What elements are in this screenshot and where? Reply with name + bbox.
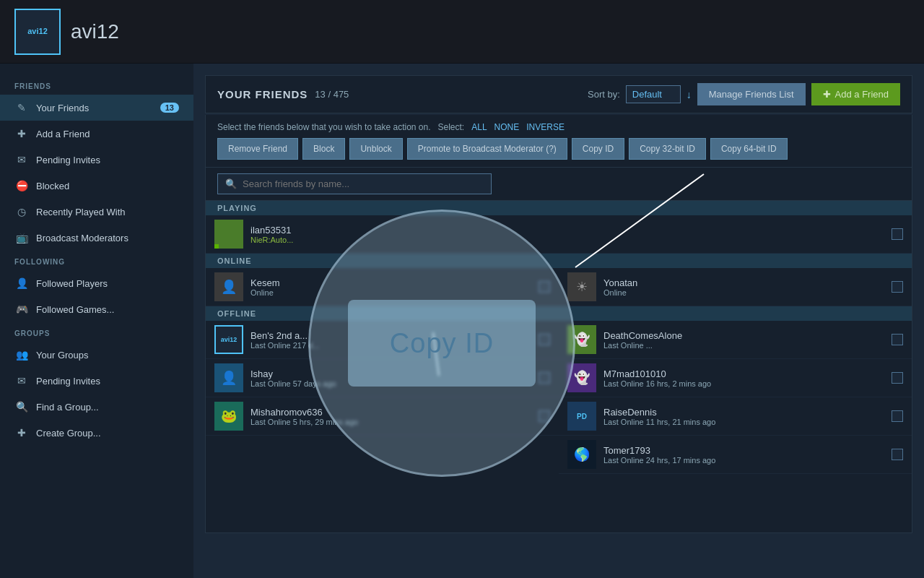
copy-32bit-button[interactable]: Copy 32-bit ID — [629, 138, 706, 160]
sidebar-label-followed-games: Followed Games... — [36, 304, 114, 315]
select-inverse-link[interactable]: INVERSE — [526, 122, 565, 132]
select-all-link[interactable]: ALL — [471, 122, 487, 132]
friend-checkbox[interactable] — [892, 281, 903, 293]
friend-checkbox[interactable] — [539, 281, 550, 293]
friend-checkbox[interactable] — [892, 410, 903, 422]
search-input-wrap: 🔍 — [217, 173, 492, 194]
friend-avatar — [214, 220, 243, 249]
add-friend-icon: ✚ — [823, 89, 831, 100]
list-item[interactable]: 👻 DeathComesAlone Last Online ... — [559, 321, 912, 359]
person-icon: ✎ — [14, 100, 29, 115]
sort-area: Sort by: Default ↓ Manage Friends List ✚… — [588, 83, 900, 105]
friend-name: Mishahromov636 — [250, 407, 539, 418]
main-layout: FRIENDS ✎ Your Friends 13 ✚ Add a Friend… — [0, 64, 924, 578]
sidebar-label-add-friend: Add a Friend — [36, 129, 90, 139]
friend-avatar: 🌎 — [567, 440, 596, 469]
friend-status: Last Online 5 hrs, 29 mins ago — [250, 418, 539, 426]
friend-avatar: PD — [567, 402, 596, 431]
blocked-icon: ⛔ — [14, 178, 29, 193]
remove-friend-button[interactable]: Remove Friend — [217, 138, 298, 160]
offline-section-header: OFFLINE — [206, 306, 912, 321]
friend-status: Last Online 11 hrs, 21 mins ago — [603, 418, 892, 426]
sidebar-item-create-group[interactable]: ✚ Create Group... — [0, 420, 193, 446]
friend-info: Yonatan Online — [603, 277, 892, 297]
friend-checkbox[interactable] — [539, 334, 550, 345]
group-icon: 👥 — [14, 348, 29, 362]
broadcast-icon: 📺 — [14, 230, 29, 245]
copy-id-button[interactable]: Copy ID — [572, 138, 624, 160]
friend-status: Last Online 217 d... — [250, 341, 539, 350]
list-item[interactable]: PD RaiseDennis Last Online 11 hrs, 21 mi… — [559, 397, 912, 436]
sidebar-item-groups-pending[interactable]: ✉ Pending Invites — [0, 368, 193, 394]
envelope2-icon: ✉ — [14, 374, 29, 388]
friend-checkbox[interactable] — [892, 449, 903, 460]
friend-checkbox[interactable] — [539, 410, 550, 422]
follow-icon: 👤 — [14, 276, 29, 290]
sidebar-item-followed-games[interactable]: 🎮 Followed Games... — [0, 296, 193, 322]
friend-info: M7mad101010 Last Online 16 hrs, 2 mins a… — [603, 368, 892, 388]
friend-info: RaiseDennis Last Online 11 hrs, 21 mins … — [603, 407, 892, 426]
friend-avatar: ☀ — [567, 272, 596, 301]
sidebar-label-groups-pending: Pending Invites — [36, 376, 100, 387]
sidebar-item-your-friends[interactable]: ✎ Your Friends 13 — [0, 95, 193, 121]
friend-status: Last Online 57 days ago — [250, 379, 539, 388]
friends-count: 13 / 475 — [315, 89, 349, 100]
friend-status: Last Online 24 hrs, 17 mins ago — [603, 456, 892, 465]
following-section-label: FOLLOWING — [0, 251, 193, 270]
friend-name: Kesem — [250, 277, 539, 288]
sidebar-item-broadcast-mods[interactable]: 📺 Broadcast Moderators — [0, 225, 193, 251]
list-item[interactable]: avi12 Ben's 2nd a... Last Online 217 d..… — [206, 321, 559, 359]
action-select-row: Select the friends below that you wish t… — [217, 122, 900, 132]
user-avatar[interactable]: avi12 — [14, 9, 61, 55]
content-area: YOUR FRIENDS 13 / 475 Sort by: Default ↓… — [193, 64, 924, 578]
sidebar-label-pending: Pending Invites — [36, 155, 100, 165]
promote-button[interactable]: Promote to Broadcast Moderator (?) — [407, 138, 567, 160]
sort-arrow-icon[interactable]: ↓ — [687, 89, 692, 100]
friend-avatar: 🐸 — [214, 402, 243, 431]
friend-name: RaiseDennis — [603, 407, 892, 418]
unblock-button[interactable]: Unblock — [349, 138, 402, 160]
list-item[interactable]: ilan53531 NieR:Auto... — [206, 215, 912, 254]
sidebar-item-followed-players[interactable]: 👤 Followed Players — [0, 270, 193, 296]
sidebar-item-find-group[interactable]: 🔍 Find a Group... — [0, 394, 193, 420]
sidebar-item-recently-played[interactable]: ◷ Recently Played With — [0, 199, 193, 225]
select-none-link[interactable]: NONE — [494, 122, 520, 132]
search-bar-container: 🔍 — [205, 168, 912, 201]
friend-name: Yonatan — [603, 277, 892, 288]
select-instruction: Select the friends below that you wish t… — [217, 122, 431, 132]
friend-checkbox[interactable] — [892, 334, 903, 345]
friend-info: Kesem Online — [250, 277, 539, 297]
friend-info: Ben's 2nd a... Last Online 217 d... — [250, 330, 539, 350]
friend-info: Tomer1793 Last Online 24 hrs, 17 mins ag… — [603, 445, 892, 465]
list-item[interactable]: 👻 M7mad101010 Last Online 16 hrs, 2 mins… — [559, 359, 912, 397]
list-item[interactable]: 👤 Ishay Last Online 57 days ago — [206, 359, 559, 397]
friends-section-label: FRIENDS — [0, 75, 193, 95]
sidebar-item-add-friend[interactable]: ✚ Add a Friend — [0, 121, 193, 147]
friend-checkbox[interactable] — [892, 372, 903, 384]
sidebar-item-your-groups[interactable]: 👥 Your Groups — [0, 342, 193, 368]
add-friend-button[interactable]: ✚ Add a Friend — [811, 83, 900, 105]
game-icon: 🎮 — [14, 302, 29, 316]
friend-status: Last Online 16 hrs, 2 mins ago — [603, 379, 892, 388]
manage-friends-button[interactable]: Manage Friends List — [697, 83, 806, 105]
block-button[interactable]: Block — [302, 138, 345, 160]
sort-select[interactable]: Default — [626, 85, 681, 103]
search-input[interactable] — [243, 178, 484, 189]
sidebar-item-pending-invites[interactable]: ✉ Pending Invites — [0, 147, 193, 173]
friend-info: DeathComesAlone Last Online ... — [603, 330, 892, 350]
list-item[interactable]: 🌎 Tomer1793 Last Online 24 hrs, 17 mins … — [559, 436, 912, 474]
friend-status: Online — [603, 288, 892, 297]
copy-64bit-button[interactable]: Copy 64-bit ID — [710, 138, 788, 160]
sidebar: FRIENDS ✎ Your Friends 13 ✚ Add a Friend… — [0, 64, 193, 578]
search-icon: 🔍 — [14, 400, 29, 414]
list-item[interactable]: 👤 Kesem Online — [206, 268, 559, 306]
friend-checkbox[interactable] — [892, 228, 903, 240]
list-item[interactable]: ☀ Yonatan Online — [559, 268, 912, 306]
list-item[interactable]: 🐸 Mishahromov636 Last Online 5 hrs, 29 m… — [206, 397, 559, 436]
friend-checkbox[interactable] — [539, 372, 550, 384]
sidebar-item-blocked[interactable]: ⛔ Blocked — [0, 173, 193, 199]
friend-name: Ishay — [250, 368, 539, 379]
friend-info: Ishay Last Online 57 days ago — [250, 368, 539, 388]
friend-info: ilan53531 NieR:Auto... — [250, 225, 892, 244]
friends-title: YOUR FRIENDS — [217, 88, 308, 100]
